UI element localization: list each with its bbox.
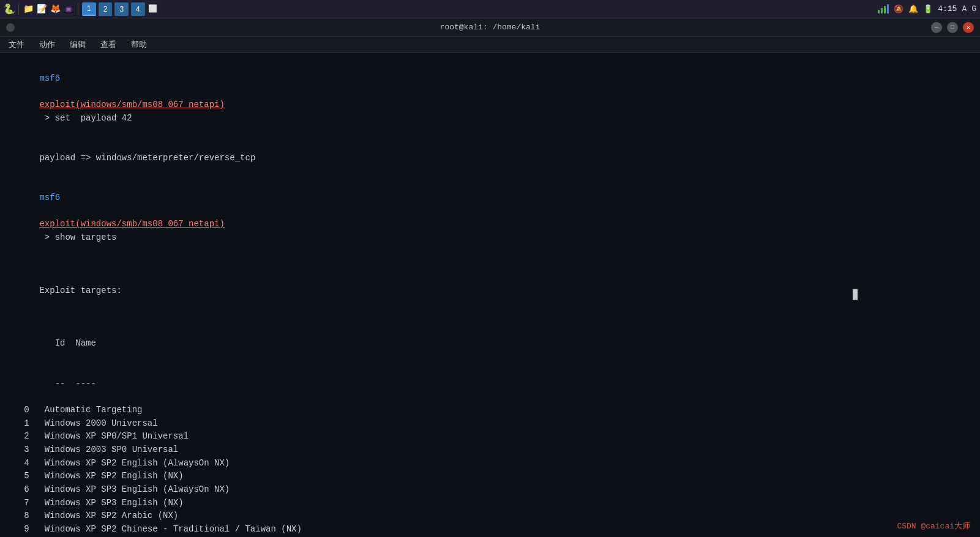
terminal-target-7: 7 Windows XP SP3 English (NX): [9, 497, 971, 510]
taskbar-separator: [18, 3, 19, 15]
clock: 4:15: [938, 4, 957, 13]
workspace-2-button[interactable]: 2: [99, 2, 113, 16]
bell-icon: 🔔: [908, 4, 918, 14]
text-editor-icon[interactable]: 📝: [36, 4, 47, 15]
menu-edit[interactable]: 编辑: [66, 38, 89, 51]
terminal-line-2: payload => windows/meterpreter/reverse_t…: [9, 138, 971, 178]
terminal-line-3: msf6 exploit(windows/smb/ms08_067_netapi…: [9, 178, 971, 257]
lock-icon[interactable]: A: [962, 4, 967, 13]
taskbar: 🐍 📁 📝 🦊 ▣ 1 2 3 4 ⬜ 🔕 🔔 🔋 4:15 A G: [0, 0, 980, 18]
mute-icon: 🔕: [894, 4, 903, 14]
folder-icon[interactable]: 📁: [23, 4, 34, 15]
window-controls: — □ ✕: [931, 22, 974, 33]
show-targets-cmd: > show targets: [39, 232, 116, 242]
window-maximize-button[interactable]: □: [947, 22, 958, 33]
terminal-line-1: msf6 exploit(windows/smb/ms08_067_netapi…: [9, 59, 971, 138]
terminal-exploit-header: Exploit targets:: [9, 271, 971, 311]
terminal-blank-2: [9, 311, 971, 324]
menu-bar: 文件 动作 编辑 查看 帮助: [0, 37, 980, 53]
terminal-window: root@kali: /home/kali — □ ✕ 文件 动作 编辑 查看 …: [0, 18, 980, 537]
prompt-gt-1: > set payload 42: [39, 113, 132, 123]
terminal-col-divider: -- ----: [9, 364, 971, 404]
snake-icon[interactable]: 🐍: [4, 4, 15, 15]
terminal-target-1: 1 Windows 2000 Universal: [9, 417, 971, 431]
network-signal-icon: [878, 4, 889, 13]
menu-view[interactable]: 查看: [97, 38, 120, 51]
terminal-target-8: 8 Windows XP SP2 Arabic (NX): [9, 509, 971, 523]
window-close-button[interactable]: ✕: [963, 22, 974, 33]
terminal-body[interactable]: msf6 exploit(windows/smb/ms08_067_netapi…: [0, 53, 980, 537]
workspace-overview-icon[interactable]: ⬜: [148, 4, 159, 15]
terminal-target-4: 4 Windows XP SP2 English (AlwaysOn NX): [9, 457, 971, 470]
battery-icon: 🔋: [923, 4, 933, 14]
terminal-target-0: 0 Automatic Targeting: [9, 404, 971, 417]
watermark: CSDN @caicai大师: [897, 520, 970, 533]
space-2: [39, 206, 44, 216]
taskbar-separator-2: [78, 3, 78, 15]
terminal-target-9: 9 Windows XP SP2 Chinese - Traditional /…: [9, 523, 971, 536]
window-title: root@kali: /home/kali: [440, 23, 540, 32]
menu-action[interactable]: 动作: [36, 38, 59, 51]
workspace-3-button[interactable]: 3: [114, 2, 129, 16]
user-lock-icon[interactable]: G: [971, 4, 976, 13]
text-cursor: [853, 289, 858, 302]
firefox-icon[interactable]: 🦊: [50, 4, 61, 15]
terminal-target-3: 3 Windows 2003 SP0 Universal: [9, 443, 971, 457]
system-tray: 🔕 🔔 🔋 4:15 A G: [878, 4, 976, 14]
workspace-1-button[interactable]: 1: [82, 2, 96, 16]
minimize-icon[interactable]: [6, 23, 15, 32]
workspace-4-button[interactable]: 4: [131, 2, 145, 16]
msf6-label: msf6: [39, 73, 60, 83]
msf6-label-2: msf6: [39, 193, 60, 202]
exploit-path-2: exploit(windows/smb/ms08_067_netapi): [39, 219, 224, 229]
menu-help[interactable]: 帮助: [127, 38, 151, 51]
terminal-blank-1: [9, 257, 971, 271]
title-bar: root@kali: /home/kali — □ ✕: [0, 18, 980, 37]
terminal-app-icon[interactable]: ▣: [63, 4, 74, 15]
exploit-path-1: exploit(windows/smb/ms08_067_netapi): [39, 100, 224, 109]
terminal-target-6: 6 Windows XP SP3 English (AlwaysOn NX): [9, 483, 971, 497]
window-minimize-button[interactable]: —: [931, 22, 942, 33]
menu-file[interactable]: 文件: [5, 38, 28, 51]
payload-output: payload => windows/meterpreter/reverse_t…: [39, 153, 255, 163]
terminal-target-5: 5 Windows XP SP2 English (NX): [9, 470, 971, 483]
space: [39, 86, 44, 96]
terminal-col-header: Id Name: [9, 324, 971, 364]
terminal-target-2: 2 Windows XP SP0/SP1 Universal: [9, 430, 971, 443]
